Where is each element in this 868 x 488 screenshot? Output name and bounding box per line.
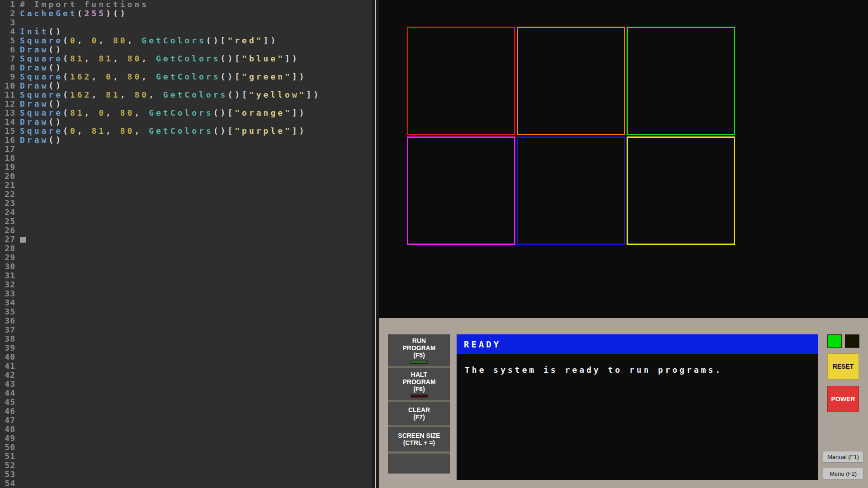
code-line: 33 bbox=[0, 289, 372, 298]
led-row bbox=[827, 334, 859, 348]
line-number: 16 bbox=[0, 136, 20, 145]
code-line: 37 bbox=[0, 325, 372, 334]
status-led-on bbox=[827, 334, 842, 348]
code-line-text: Square(81, 0, 80, GetColors()["orange"]) bbox=[20, 108, 307, 117]
line-number: 44 bbox=[0, 389, 20, 398]
code-line-text: Square(162, 0, 80, GetColors()["green"]) bbox=[20, 72, 307, 81]
code-editor[interactable]: 1# Import functions2CacheGet(255)()34Ini… bbox=[0, 0, 372, 488]
code-line-text: Draw() bbox=[20, 81, 63, 90]
code-line: 23 bbox=[0, 199, 372, 208]
code-line: 15Square(0, 81, 80, GetColors()["purple"… bbox=[0, 127, 372, 136]
line-number: 48 bbox=[0, 425, 20, 434]
line-number: 39 bbox=[0, 343, 20, 352]
code-line-text: Draw() bbox=[20, 136, 63, 145]
line-number: 22 bbox=[0, 190, 20, 199]
status-display: READY The system is ready to run program… bbox=[457, 334, 818, 480]
line-number: 41 bbox=[0, 361, 20, 371]
code-line: 41 bbox=[0, 361, 372, 371]
code-line: 31 bbox=[0, 271, 372, 280]
line-number: 53 bbox=[0, 470, 20, 479]
code-line: 13Square(81, 0, 80, GetColors()["orange"… bbox=[0, 108, 372, 117]
line-number: 17 bbox=[0, 145, 20, 154]
code-line: 44 bbox=[0, 389, 372, 398]
display-screen bbox=[379, 0, 868, 318]
button-label-line: (F7) bbox=[413, 413, 425, 421]
code-line: 19 bbox=[0, 163, 372, 172]
button-label-line: (F5) bbox=[413, 352, 425, 359]
code-line: 18 bbox=[0, 154, 372, 163]
manual-button[interactable]: Manual (F1) bbox=[823, 451, 863, 463]
code-line: 48 bbox=[0, 425, 372, 434]
halt-program-button[interactable]: HALTPROGRAM(F6) bbox=[388, 368, 450, 400]
code-line: 1# Import functions bbox=[0, 0, 372, 9]
line-number: 37 bbox=[0, 325, 20, 334]
code-line: 51 bbox=[0, 452, 372, 461]
line-number: 43 bbox=[0, 380, 20, 389]
code-line: 50 bbox=[0, 443, 372, 452]
code-line-text: # Import functions bbox=[20, 0, 149, 9]
button-label-line: (F6) bbox=[413, 385, 425, 393]
code-line: 30 bbox=[0, 262, 372, 271]
code-line: 42 bbox=[0, 371, 372, 380]
line-number: 2 bbox=[0, 9, 20, 18]
code-line: 34 bbox=[0, 298, 372, 307]
line-number: 20 bbox=[0, 172, 20, 181]
line-number: 28 bbox=[0, 244, 20, 253]
button-label-line: PROGRAM bbox=[402, 378, 435, 385]
clear-button[interactable]: CLEAR(F7) bbox=[388, 402, 450, 425]
line-number: 29 bbox=[0, 253, 20, 262]
menu-button[interactable]: Menu (F2) bbox=[823, 468, 863, 479]
code-line: 39 bbox=[0, 343, 372, 352]
line-number: 26 bbox=[0, 226, 20, 235]
button-label-line: HALT bbox=[411, 371, 427, 378]
line-number: 23 bbox=[0, 199, 20, 208]
code-line-text: Draw() bbox=[20, 45, 63, 54]
divider-handle[interactable] bbox=[375, 0, 376, 488]
line-number: 31 bbox=[0, 271, 20, 280]
code-line-text: Draw() bbox=[20, 117, 63, 127]
pane-divider[interactable] bbox=[372, 0, 379, 488]
code-line-text: Square(0, 81, 80, GetColors()["purple"]) bbox=[20, 127, 307, 136]
line-number: 5 bbox=[0, 36, 20, 45]
code-line: 36 bbox=[0, 316, 372, 325]
code-line: 26 bbox=[0, 226, 372, 235]
text-cursor bbox=[20, 237, 26, 243]
code-line: 7Square(81, 81, 80, GetColors()["blue"]) bbox=[0, 54, 372, 63]
panel-button-filler bbox=[388, 454, 450, 474]
run-program-button[interactable]: RUNPROGRAM(F5) bbox=[388, 334, 450, 366]
button-label-line: CLEAR bbox=[408, 406, 430, 413]
line-number: 24 bbox=[0, 208, 20, 217]
code-line: 27 bbox=[0, 235, 372, 244]
line-number: 49 bbox=[0, 434, 20, 443]
code-line: 16Draw() bbox=[0, 136, 372, 145]
line-number: 45 bbox=[0, 398, 20, 407]
app-window: 1# Import functions2CacheGet(255)()34Ini… bbox=[0, 0, 868, 488]
code-line-text: Square(81, 81, 80, GetColors()["blue"]) bbox=[20, 54, 299, 63]
line-number: 8 bbox=[0, 63, 20, 72]
code-line: 54 bbox=[0, 479, 372, 488]
line-number: 1 bbox=[0, 0, 20, 9]
screen-size-button[interactable]: SCREEN SIZE(CTRL + =) bbox=[388, 427, 450, 451]
line-number: 10 bbox=[0, 81, 20, 90]
code-line: 25 bbox=[0, 217, 372, 226]
square-orange bbox=[517, 27, 625, 135]
code-line: 35 bbox=[0, 307, 372, 316]
square-yellow bbox=[627, 136, 735, 245]
reset-button[interactable]: RESET bbox=[827, 353, 859, 380]
button-label-line: SCREEN SIZE bbox=[398, 432, 440, 439]
run-program-indicator bbox=[410, 361, 428, 364]
code-line: 20 bbox=[0, 172, 372, 181]
button-label-line: PROGRAM bbox=[402, 344, 435, 352]
line-number: 12 bbox=[0, 99, 20, 108]
status-message: The system is ready to run programs. bbox=[457, 354, 818, 480]
status-title: READY bbox=[464, 339, 501, 349]
code-lines: 1# Import functions2CacheGet(255)()34Ini… bbox=[0, 0, 372, 488]
power-button[interactable]: POWER bbox=[827, 386, 859, 412]
line-number: 33 bbox=[0, 289, 20, 298]
square-purple bbox=[407, 136, 515, 245]
line-number: 36 bbox=[0, 316, 20, 325]
line-number: 14 bbox=[0, 117, 20, 127]
line-number: 46 bbox=[0, 407, 20, 416]
code-line: 9Square(162, 0, 80, GetColors()["green"]… bbox=[0, 72, 372, 81]
line-number: 32 bbox=[0, 280, 20, 289]
